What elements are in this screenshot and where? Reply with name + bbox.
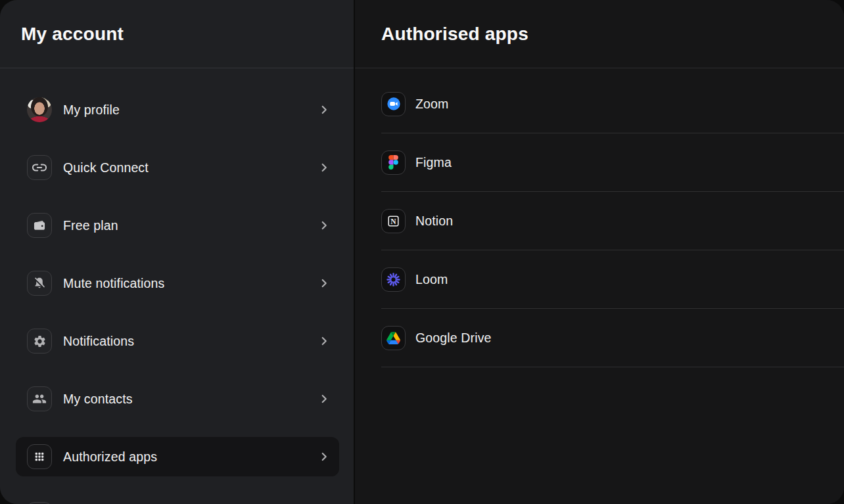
sidebar-item-partial[interactable]	[16, 495, 339, 504]
app-name: Figma	[415, 155, 452, 170]
sidebar-item-notifications[interactable]: Notifications	[16, 321, 339, 361]
sidebar-item-label: Notifications	[63, 334, 317, 349]
app-name: Loom	[415, 272, 448, 287]
people-icon	[27, 386, 52, 411]
sidebar-item-quick-connect[interactable]: Quick Connect	[16, 148, 339, 187]
left-panel-title: My account	[21, 24, 124, 45]
loom-icon	[381, 267, 406, 292]
profile-avatar	[27, 97, 52, 122]
chevron-right-icon	[317, 160, 331, 175]
my-account-window: My account My profile Quick Connect	[0, 0, 844, 504]
app-name: Notion	[415, 214, 453, 229]
my-account-panel: My account My profile Quick Connect	[0, 0, 354, 504]
sidebar-item-free-plan[interactable]: Free plan	[16, 206, 339, 245]
app-row-google-drive[interactable]: Google Drive	[381, 309, 844, 367]
zoom-icon	[381, 92, 406, 116]
chevron-right-icon	[317, 449, 331, 464]
chevron-right-icon	[317, 276, 331, 290]
chevron-right-icon	[317, 103, 331, 117]
right-panel-title: Authorised apps	[381, 24, 528, 45]
sidebar-item-my-profile[interactable]: My profile	[16, 90, 339, 129]
sidebar-item-label: My contacts	[63, 392, 317, 407]
link-icon	[27, 155, 52, 180]
gear-icon	[27, 329, 52, 354]
google-drive-icon	[381, 326, 406, 350]
sidebar-item-authorized-apps[interactable]: Authorized apps	[16, 437, 339, 476]
left-panel-header: My account	[0, 0, 354, 68]
bell-off-icon	[27, 271, 52, 296]
sidebar-item-my-contacts[interactable]: My contacts	[16, 379, 339, 419]
chevron-right-icon	[317, 218, 331, 233]
chevron-right-icon	[317, 392, 331, 406]
app-row-notion[interactable]: N Notion	[381, 192, 844, 250]
svg-text:N: N	[390, 217, 396, 225]
wallet-icon	[27, 213, 52, 238]
sidebar-item-label: Free plan	[63, 218, 317, 233]
app-name: Google Drive	[415, 331, 492, 346]
app-row-loom[interactable]: Loom	[381, 250, 844, 309]
grid-icon	[27, 444, 52, 469]
app-name: Zoom	[415, 97, 448, 112]
sidebar-item-label: Mute notifications	[63, 276, 317, 291]
app-row-figma[interactable]: Figma	[381, 133, 844, 192]
app-row-zoom[interactable]: Zoom	[381, 75, 844, 133]
authorised-apps-list: Zoom Figma	[355, 68, 844, 367]
sidebar-item-label: My profile	[63, 103, 317, 118]
right-panel-header: Authorised apps	[355, 0, 844, 68]
sidebar-item-mute-notifications[interactable]: Mute notifications	[16, 263, 339, 303]
sidebar-item-label: Authorized apps	[63, 449, 317, 465]
figma-icon	[381, 150, 406, 175]
chevron-right-icon	[317, 334, 331, 348]
account-menu: My profile Quick Connect	[0, 68, 354, 504]
authorised-apps-panel: Authorised apps Zoom	[355, 0, 844, 504]
notion-icon: N	[381, 209, 406, 233]
sidebar-item-label: Quick Connect	[63, 160, 317, 175]
